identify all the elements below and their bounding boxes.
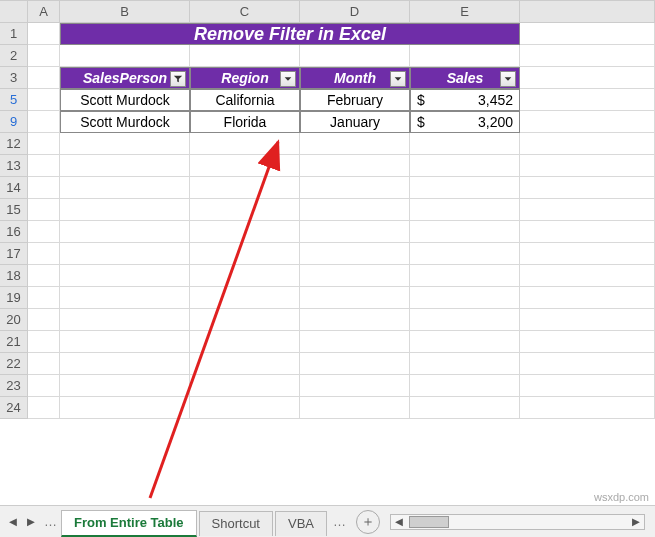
cell[interactable] <box>28 111 60 133</box>
tab-from-entire-table[interactable]: From Entire Table <box>61 510 197 537</box>
cell[interactable] <box>300 265 410 287</box>
cell[interactable] <box>520 199 655 221</box>
col-hdr-e[interactable]: E <box>410 1 520 23</box>
cell[interactable] <box>300 375 410 397</box>
cell[interactable] <box>28 89 60 111</box>
cell[interactable] <box>190 221 300 243</box>
cell[interactable] <box>190 331 300 353</box>
filter-button-month[interactable] <box>390 71 406 87</box>
row-hdr[interactable]: 18 <box>0 265 28 287</box>
table-cell-month[interactable]: January <box>300 111 410 133</box>
table-cell-person[interactable]: Scott Murdock <box>60 111 190 133</box>
row-hdr[interactable]: 24 <box>0 397 28 419</box>
cell[interactable] <box>190 265 300 287</box>
tab-nav-prev[interactable]: ◄ <box>4 509 22 535</box>
cell[interactable] <box>60 287 190 309</box>
row-hdr[interactable]: 2 <box>0 45 28 67</box>
cell[interactable] <box>28 221 60 243</box>
row-hdr[interactable]: 9 <box>0 111 28 133</box>
cell[interactable] <box>300 45 410 67</box>
row-hdr[interactable]: 14 <box>0 177 28 199</box>
cell[interactable] <box>410 221 520 243</box>
new-sheet-button[interactable]: ＋ <box>356 510 380 534</box>
cell[interactable] <box>60 155 190 177</box>
cell[interactable] <box>410 375 520 397</box>
cell[interactable] <box>410 199 520 221</box>
col-hdr-a[interactable]: A <box>28 1 60 23</box>
cell[interactable] <box>28 23 60 45</box>
scroll-right-icon[interactable]: ► <box>628 514 644 529</box>
row-hdr[interactable]: 5 <box>0 89 28 111</box>
horizontal-scrollbar[interactable]: ◄ ► <box>390 514 645 530</box>
row-hdr[interactable]: 17 <box>0 243 28 265</box>
cell[interactable] <box>410 331 520 353</box>
cell[interactable] <box>410 397 520 419</box>
row-hdr[interactable]: 12 <box>0 133 28 155</box>
cell[interactable] <box>28 397 60 419</box>
cell[interactable] <box>28 155 60 177</box>
title-cell[interactable]: Remove Filter in Excel <box>60 23 520 45</box>
scroll-left-icon[interactable]: ◄ <box>391 514 407 529</box>
cell[interactable] <box>520 375 655 397</box>
cell[interactable] <box>300 309 410 331</box>
cell[interactable] <box>300 331 410 353</box>
header-salesperson[interactable]: SalesPerson <box>60 67 190 89</box>
row-hdr[interactable]: 3 <box>0 67 28 89</box>
cell[interactable] <box>520 155 655 177</box>
cell[interactable] <box>28 199 60 221</box>
row-hdr[interactable]: 20 <box>0 309 28 331</box>
tab-nav-next[interactable]: ► <box>22 509 40 535</box>
cell[interactable] <box>520 177 655 199</box>
cell[interactable] <box>190 375 300 397</box>
cell[interactable] <box>190 133 300 155</box>
cell[interactable] <box>28 353 60 375</box>
tab-vba[interactable]: VBA <box>275 511 327 536</box>
cell[interactable] <box>190 309 300 331</box>
cell[interactable] <box>520 89 655 111</box>
cell[interactable] <box>520 133 655 155</box>
cell[interactable] <box>410 155 520 177</box>
cell[interactable] <box>60 221 190 243</box>
cell[interactable] <box>520 243 655 265</box>
row-hdr[interactable]: 15 <box>0 199 28 221</box>
cell[interactable] <box>60 243 190 265</box>
cell[interactable] <box>410 287 520 309</box>
filter-button-sales[interactable] <box>500 71 516 87</box>
cell[interactable] <box>28 45 60 67</box>
cell[interactable] <box>300 155 410 177</box>
cell[interactable] <box>60 375 190 397</box>
cell[interactable] <box>520 309 655 331</box>
tab-shortcut[interactable]: Shortcut <box>199 511 273 536</box>
table-cell-person[interactable]: Scott Murdock <box>60 89 190 111</box>
filter-button-salesperson[interactable] <box>170 71 186 87</box>
cell[interactable] <box>520 45 655 67</box>
cell[interactable] <box>300 243 410 265</box>
col-hdr-b[interactable]: B <box>60 1 190 23</box>
col-hdr-c[interactable]: C <box>190 1 300 23</box>
cell[interactable] <box>410 309 520 331</box>
cell[interactable] <box>28 243 60 265</box>
filter-button-region[interactable] <box>280 71 296 87</box>
cell[interactable] <box>300 221 410 243</box>
cell[interactable] <box>300 287 410 309</box>
cell[interactable] <box>190 287 300 309</box>
cell[interactable] <box>28 67 60 89</box>
table-cell-sales[interactable]: $ 3,452 <box>410 89 520 111</box>
cell[interactable] <box>410 177 520 199</box>
cell[interactable] <box>190 243 300 265</box>
row-hdr[interactable]: 23 <box>0 375 28 397</box>
cell[interactable] <box>28 309 60 331</box>
cell[interactable] <box>520 287 655 309</box>
cell[interactable] <box>28 287 60 309</box>
cell[interactable] <box>28 375 60 397</box>
header-sales[interactable]: Sales <box>410 67 520 89</box>
table-cell-region[interactable]: California <box>190 89 300 111</box>
cell[interactable] <box>190 155 300 177</box>
cell[interactable] <box>300 177 410 199</box>
col-hdr-d[interactable]: D <box>300 1 410 23</box>
row-hdr[interactable]: 1 <box>0 23 28 45</box>
cell[interactable] <box>190 177 300 199</box>
cell[interactable] <box>28 177 60 199</box>
cell[interactable] <box>300 199 410 221</box>
cell[interactable] <box>520 397 655 419</box>
